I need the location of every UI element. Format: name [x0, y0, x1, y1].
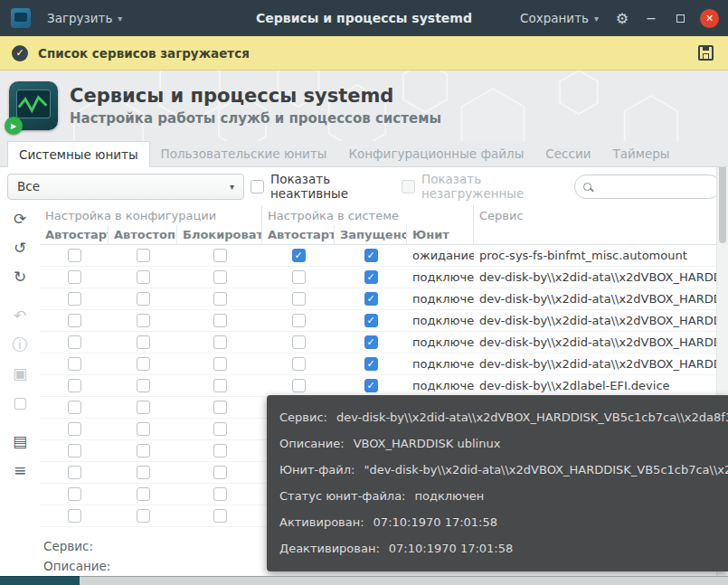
- tooltip-value: 07:10:1970 17:01:58: [389, 542, 513, 555]
- checkbox-running[interactable]: [364, 249, 378, 262]
- table-row[interactable]: подключен dev-disk-by\\x2did-ata\\x2dVBO…: [40, 332, 716, 354]
- col-autostop[interactable]: Автостоп: [109, 225, 177, 244]
- checkbox-autostart-system[interactable]: [292, 335, 306, 349]
- col-autostart-config[interactable]: Автостарт: [40, 225, 109, 244]
- checkbox-autostop[interactable]: [137, 270, 150, 284]
- checkbox-autostop[interactable]: [137, 379, 150, 392]
- col-block[interactable]: Блокировать: [177, 225, 262, 244]
- checkbox-autostart-config[interactable]: [68, 509, 81, 523]
- table-row[interactable]: подключен dev-disk-by\\x2did-ata\\x2dVBO…: [40, 267, 716, 288]
- tab[interactable]: Пользовательские юниты: [150, 141, 338, 166]
- checkbox-autostart-config[interactable]: [68, 487, 81, 501]
- checkbox-autostart-config[interactable]: [68, 270, 81, 284]
- checkbox-autostart-config[interactable]: [68, 357, 81, 371]
- page-subtitle: Настройка работы служб и процессов систе…: [70, 110, 441, 127]
- checkbox-autostart-config[interactable]: [68, 401, 81, 414]
- app-window: Загрузить ▾ Сервисы и процессы systemd С…: [0, 0, 728, 576]
- save-button[interactable]: Сохранить ▾: [513, 0, 606, 36]
- checkbox-block[interactable]: [213, 314, 227, 327]
- checkbox-block[interactable]: [213, 444, 227, 458]
- restore-button[interactable]: [667, 5, 693, 31]
- checkbox-autostart-system[interactable]: [292, 379, 306, 392]
- checkbox-running[interactable]: [364, 357, 378, 371]
- refresh-icon[interactable]: ⟳: [8, 208, 32, 230]
- info-icon[interactable]: ⓘ: [8, 334, 32, 355]
- log-view-icon[interactable]: ▤: [8, 430, 32, 452]
- col-unit[interactable]: Юнит: [407, 225, 474, 244]
- checkbox-block[interactable]: [213, 509, 227, 523]
- checkbox-block[interactable]: [213, 357, 227, 371]
- checkbox-autostart-config[interactable]: [68, 444, 81, 458]
- col-autostart-system[interactable]: Автостарт: [262, 225, 335, 244]
- tab[interactable]: Сессии: [534, 141, 601, 166]
- tab[interactable]: Системные юниты: [7, 141, 150, 167]
- checkbox-autostop[interactable]: [137, 466, 150, 479]
- table-column-header: Автостарт Автостоп Блокировать Автостарт…: [40, 225, 716, 245]
- checkbox-block[interactable]: [213, 466, 227, 479]
- checkbox-autostart-config[interactable]: [68, 314, 81, 327]
- checkbox-autostop[interactable]: [137, 249, 150, 262]
- table-row[interactable]: подключен dev-disk-by\\x2did-ata\\x2dVBO…: [40, 310, 716, 332]
- checkbox-running[interactable]: [364, 270, 378, 284]
- checkbox-autostop[interactable]: [137, 422, 150, 436]
- checkbox-autostart-system[interactable]: [292, 292, 306, 306]
- checkbox-block[interactable]: [213, 379, 227, 392]
- search-input[interactable]: [597, 180, 712, 193]
- checkbox-block[interactable]: [213, 487, 227, 501]
- checkbox-block[interactable]: [213, 335, 227, 349]
- checkbox-autostop[interactable]: [137, 509, 150, 523]
- taskbar-corner: [0, 576, 80, 585]
- checkbox-block[interactable]: [213, 292, 227, 306]
- infobar-save-button[interactable]: [695, 42, 716, 64]
- checkbox-block[interactable]: [213, 249, 227, 262]
- col-running[interactable]: Запущено: [335, 225, 407, 244]
- export-file-icon[interactable]: ▢: [8, 392, 32, 413]
- checkbox-autostart-config[interactable]: [68, 292, 81, 306]
- checkbox-autostop[interactable]: [137, 292, 150, 306]
- checkbox-autostart-system[interactable]: [292, 357, 306, 371]
- infobar-message: Список сервисов загружается: [38, 46, 250, 61]
- checkbox-running[interactable]: [364, 314, 378, 327]
- settings-button[interactable]: ⚙: [610, 5, 635, 31]
- load-button[interactable]: Загрузить ▾: [40, 0, 129, 36]
- search-icon: [583, 183, 591, 191]
- tab[interactable]: Конфигурационные файлы: [337, 141, 534, 166]
- history-undo-icon[interactable]: ↺: [8, 237, 32, 259]
- checkbox-autostop[interactable]: [137, 335, 150, 349]
- checkbox-autostop[interactable]: [137, 487, 150, 501]
- unit-filter-dropdown[interactable]: Все ▾: [7, 174, 244, 200]
- checkbox-autostart-config[interactable]: [68, 249, 81, 262]
- undo-icon[interactable]: ↶: [8, 305, 32, 326]
- checkbox-autostart-system[interactable]: [292, 249, 306, 262]
- checkbox-running[interactable]: [364, 335, 378, 349]
- checkbox-running[interactable]: [364, 292, 378, 306]
- checkbox-autostart-config[interactable]: [68, 466, 81, 479]
- checkbox-autostop[interactable]: [137, 444, 150, 458]
- show-unloaded-checkbox[interactable]: [402, 180, 415, 193]
- checkbox-autostop[interactable]: [137, 401, 150, 414]
- close-button[interactable]: ×: [700, 9, 719, 28]
- service-name: dev-disk-by\\x2dlabel-EFI.device: [474, 375, 716, 396]
- checkbox-autostart-system[interactable]: [292, 270, 306, 284]
- tab[interactable]: Таймеры: [601, 141, 680, 166]
- checkbox-autostart-system[interactable]: [292, 314, 306, 327]
- checkbox-autostart-config[interactable]: [68, 335, 81, 349]
- table-row[interactable]: подключен dev-disk-by\\x2did-ata\\x2dVBO…: [40, 354, 716, 375]
- menu-list-icon[interactable]: ≡: [8, 459, 32, 481]
- table-row[interactable]: подключен dev-disk-by\\x2dlabel-EFI.devi…: [40, 375, 716, 397]
- checkbox-autostop[interactable]: [137, 314, 150, 327]
- checkbox-block[interactable]: [213, 270, 227, 284]
- reload-icon[interactable]: ↻: [8, 266, 32, 288]
- table-row[interactable]: ожидание proc-sys-fs-binfmt_misc.automou…: [40, 245, 716, 267]
- checkbox-autostart-config[interactable]: [68, 422, 81, 436]
- checkbox-block[interactable]: [213, 422, 227, 436]
- minimize-button[interactable]: –: [638, 5, 664, 31]
- checkbox-running[interactable]: [364, 379, 378, 392]
- table-row[interactable]: подключен dev-disk-by\\x2did-ata\\x2dVBO…: [40, 288, 716, 310]
- save-file-icon[interactable]: ▣: [8, 363, 32, 384]
- tooltip-label: Деактивирован:: [279, 542, 380, 555]
- show-inactive-checkbox[interactable]: [251, 180, 264, 193]
- checkbox-autostop[interactable]: [137, 357, 150, 371]
- checkbox-block[interactable]: [213, 401, 227, 414]
- checkbox-autostart-config[interactable]: [68, 379, 81, 392]
